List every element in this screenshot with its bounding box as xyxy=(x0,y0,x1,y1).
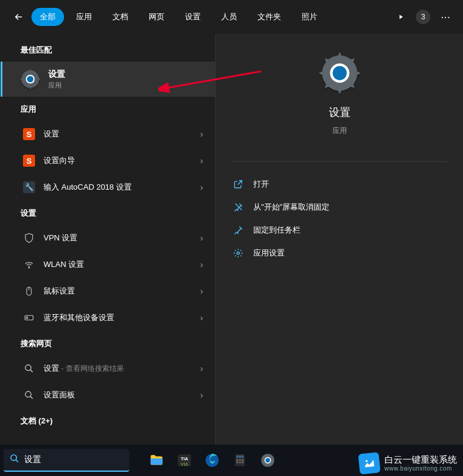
svg-rect-4 xyxy=(30,86,31,89)
action-open[interactable]: 打开 xyxy=(216,173,463,196)
result-label: 设置向导 xyxy=(44,155,200,166)
chevron-right-icon: › xyxy=(200,182,203,192)
taskbar: TIAV16 白云一键重装系统 www.baiyunxitong.com xyxy=(0,445,463,476)
action-unpin-start[interactable]: 从"开始"屏幕取消固定 xyxy=(216,196,463,219)
tab-photos[interactable]: 照片 xyxy=(293,8,326,26)
mouse-icon xyxy=(23,285,35,297)
result-label: 设置 xyxy=(44,129,200,140)
chevron-right-icon: › xyxy=(200,233,203,243)
svg-point-14 xyxy=(25,391,31,397)
svg-point-2 xyxy=(27,76,34,83)
action-label: 应用设置 xyxy=(253,248,285,259)
settings-result-item[interactable]: VPN 设置 › xyxy=(0,225,215,251)
section-docs: 文档 (2+) xyxy=(0,408,215,433)
open-icon xyxy=(233,179,244,189)
search-input[interactable] xyxy=(24,455,123,465)
svg-rect-5 xyxy=(21,79,23,80)
app-result-item[interactable]: S 设置向导 › xyxy=(0,147,215,174)
app-result-item[interactable]: 🔧 输入 AutoCAD 2018 设置 › xyxy=(0,174,215,201)
action-label: 从"开始"屏幕取消固定 xyxy=(253,202,329,213)
taskbar-explorer-icon[interactable] xyxy=(144,448,169,473)
tab-all[interactable]: 全部 xyxy=(31,8,64,26)
web-result-item[interactable]: 设置面板 › xyxy=(0,382,215,408)
back-button[interactable] xyxy=(8,7,29,27)
svg-line-15 xyxy=(30,396,33,399)
watermark: 白云一键重装系统 www.baiyunxitong.com xyxy=(359,453,457,474)
gear-icon xyxy=(233,248,244,258)
search-icon xyxy=(10,454,19,466)
tab-web[interactable]: 网页 xyxy=(140,8,173,26)
gear-icon xyxy=(21,69,40,89)
action-label: 打开 xyxy=(253,179,269,190)
section-best-match: 最佳匹配 xyxy=(0,37,215,62)
watermark-title: 白云一键重装系统 xyxy=(384,455,457,465)
filter-tabs: 全部 应用 文档 网页 设置 人员 文件夹 照片 xyxy=(31,8,326,26)
result-label: 鼠标设置 xyxy=(44,286,200,297)
tab-apps[interactable]: 应用 xyxy=(68,8,100,26)
tab-docs[interactable]: 文档 xyxy=(104,8,137,26)
action-pin-taskbar[interactable]: 固定到任务栏 xyxy=(216,219,463,242)
svg-rect-32 xyxy=(236,462,238,463)
sogou-icon: S xyxy=(23,128,35,140)
chevron-right-icon: › xyxy=(200,260,203,269)
svg-rect-33 xyxy=(239,462,241,463)
svg-point-38 xyxy=(366,460,368,462)
best-match-item[interactable]: 设置 应用 xyxy=(1,62,215,97)
action-app-settings[interactable]: 应用设置 xyxy=(216,242,463,265)
svg-point-12 xyxy=(25,365,31,370)
section-apps: 应用 xyxy=(0,97,215,121)
settings-result-item[interactable]: 蓝牙和其他设备设置 › xyxy=(0,304,215,331)
section-web: 搜索网页 xyxy=(0,331,215,355)
svg-point-18 xyxy=(332,66,346,80)
search-icon xyxy=(23,389,35,401)
result-label: 输入 AutoCAD 2018 设置 xyxy=(44,182,200,193)
tab-folders[interactable]: 文件夹 xyxy=(249,8,290,26)
svg-rect-31 xyxy=(242,459,244,461)
preview-title: 设置 xyxy=(329,105,351,120)
pin-icon xyxy=(233,225,244,235)
notification-badge[interactable]: 3 xyxy=(416,10,430,24)
settings-result-item[interactable]: WLAN 设置 › xyxy=(0,251,215,278)
gear-icon xyxy=(319,52,361,94)
taskbar-calculator-icon[interactable] xyxy=(227,448,253,473)
web-result-item[interactable]: 设置 - 查看网络搜索结果 › xyxy=(0,355,215,382)
preview-pane: 设置 应用 打开 从"开始"屏幕取消固定 固定到任务栏 xyxy=(215,34,463,445)
svg-rect-3 xyxy=(30,69,31,72)
action-label: 固定到任务栏 xyxy=(253,225,300,236)
play-icon[interactable] xyxy=(392,8,410,26)
chevron-right-icon: › xyxy=(200,156,203,166)
result-label: 蓝牙和其他设备设置 xyxy=(44,312,200,323)
svg-text:TIA: TIA xyxy=(181,456,189,462)
svg-line-13 xyxy=(30,370,33,372)
chevron-right-icon: › xyxy=(200,129,203,139)
settings-result-item[interactable]: 鼠标设置 › xyxy=(0,278,215,304)
watermark-icon xyxy=(358,452,380,474)
tab-settings[interactable]: 设置 xyxy=(176,8,209,26)
svg-rect-11 xyxy=(27,317,28,319)
taskbar-search[interactable] xyxy=(4,449,129,472)
svg-rect-28 xyxy=(236,455,244,458)
taskbar-settings-icon[interactable] xyxy=(255,448,280,473)
taskbar-tia-icon[interactable]: TIAV16 xyxy=(172,448,197,473)
chevron-right-icon: › xyxy=(200,364,203,373)
chevron-right-icon: › xyxy=(200,286,203,296)
tab-people[interactable]: 人员 xyxy=(213,8,245,26)
app-result-item[interactable]: S 设置 › xyxy=(0,121,215,147)
taskbar-edge-icon[interactable] xyxy=(199,448,225,473)
result-label: 设置 - 查看网络搜索结果 xyxy=(44,363,200,374)
result-label: WLAN 设置 xyxy=(44,259,200,270)
chevron-right-icon: › xyxy=(200,313,203,323)
svg-line-22 xyxy=(16,460,18,462)
wrench-icon: 🔧 xyxy=(23,181,35,193)
svg-text:V16: V16 xyxy=(181,462,188,466)
svg-rect-30 xyxy=(239,459,241,461)
svg-point-21 xyxy=(11,455,16,460)
more-button[interactable]: ⋯ xyxy=(436,8,455,26)
chevron-right-icon: › xyxy=(200,390,203,400)
svg-rect-6 xyxy=(37,79,40,80)
unpin-icon xyxy=(233,202,244,212)
preview-subtitle: 应用 xyxy=(332,126,347,136)
result-label: 设置面板 xyxy=(44,390,200,400)
best-match-subtitle: 应用 xyxy=(48,81,65,90)
result-label: VPN 设置 xyxy=(44,233,200,243)
